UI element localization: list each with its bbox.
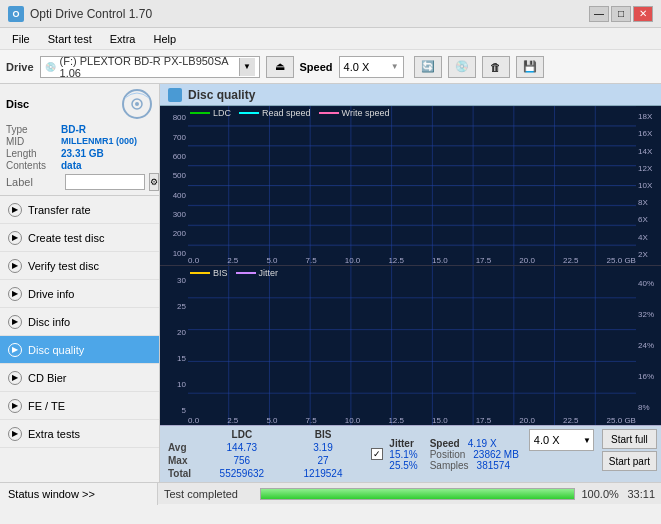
save-button[interactable]: 💾 [516,56,544,78]
svg-point-2 [135,102,139,106]
sidebar-item-label-fe-te: FE / TE [28,400,65,412]
y-axis-right-top: 18X 16X 14X 12X 10X 8X 6X 4X 2X [636,106,661,265]
app-icon: O [8,6,24,22]
bottom-stats: LDC BIS Avg 144.73 3.19 Max 756 27 Tot [160,425,661,482]
legend-read-speed-label: Read speed [262,108,311,118]
speed-dropdown[interactable]: 4.0 X ▼ [529,429,594,451]
jitter-stats: Jitter 15.1% 25.5% [389,438,417,471]
disc-quality-icon: ▶ [8,343,22,357]
legend-ldc: LDC [190,108,231,118]
disc-icon [121,88,153,120]
total-ldc: 55259632 [199,467,285,480]
sidebar-item-transfer-rate[interactable]: ▶ Transfer rate [0,196,159,224]
drive-icon: 💿 [45,62,56,72]
legend-jitter: Jitter [236,268,279,278]
chart-top: LDC Read speed Write speed 800 700 [160,106,661,266]
sidebar-item-label-transfer-rate: Transfer rate [28,204,91,216]
sidebar-item-label-extra-tests: Extra tests [28,428,80,440]
status-window-button[interactable]: Status window >> [0,483,158,505]
start-part-button[interactable]: Start part [602,451,657,471]
disc-label-button[interactable]: ⚙ [149,173,159,191]
menu-help[interactable]: Help [145,31,184,47]
legend-ldc-label: LDC [213,108,231,118]
position-label: Position [430,449,466,460]
y-axis-right-bottom: 40% 32% 24% 16% 8% [636,266,661,425]
disc-contents-label: Contents [6,160,61,171]
samples-value: 381574 [477,460,510,471]
disc-length-row: Length 23.31 GB [6,148,153,159]
avg-ldc: 144.73 [199,441,285,454]
verify-test-disc-icon: ▶ [8,259,22,273]
drive-dropdown-button[interactable]: ▼ [239,58,255,76]
statusbar: Status window >> Test completed 100.0% 3… [0,482,661,504]
sidebar-item-drive-info[interactable]: ▶ Drive info [0,280,159,308]
legend-write-speed-label: Write speed [342,108,390,118]
total-label: Total [164,467,199,480]
legend-read-speed-color [239,112,259,114]
refresh-button[interactable]: 🔄 [414,56,442,78]
progress-text: 100.0% [581,488,621,500]
disc-panel-title: Disc [6,98,29,110]
disc-label-input[interactable] [65,174,145,190]
disc-mid-row: MID MILLENMR1 (000) [6,136,153,147]
max-bis: 27 [285,454,362,467]
disc-length-label: Length [6,148,61,159]
disc-contents-value: data [61,160,82,171]
disc-length-value: 23.31 GB [61,148,104,159]
quality-title: Disc quality [188,88,255,102]
sidebar-item-label-disc-quality: Disc quality [28,344,84,356]
speed-dropdown-icon: ▼ [391,62,399,71]
sidebar-item-verify-test-disc[interactable]: ▶ Verify test disc [0,252,159,280]
maximize-button[interactable]: □ [611,6,631,22]
sidebar-item-disc-info[interactable]: ▶ Disc info [0,308,159,336]
disc-action-button[interactable]: 💿 [448,56,476,78]
position-row: Position 23862 MB [430,449,519,460]
jitter-checkbox[interactable]: ✓ [371,448,383,460]
y-axis-left-bottom: 30 25 20 15 10 5 [160,266,188,425]
menu-start-test[interactable]: Start test [40,31,100,47]
disc-type-value: BD-R [61,124,86,135]
close-button[interactable]: ✕ [633,6,653,22]
speed-dropdown-section: 4.0 X ▼ [525,426,598,482]
max-ldc: 756 [199,454,285,467]
titlebar: O Opti Drive Control 1.70 — □ ✕ [0,0,661,28]
speed-header: Speed [430,438,460,449]
legend-write-speed-color [319,112,339,114]
position-value: 23862 MB [473,449,519,460]
speed-dropdown-value: 4.0 X [534,434,560,446]
legend-bis-color [190,272,210,274]
legend-ldc-color [190,112,210,114]
progress-bar-container [260,488,575,500]
sidebar-item-create-test-disc[interactable]: ▶ Create test disc [0,224,159,252]
sidebar-item-cd-bier[interactable]: ▶ CD Bier [0,364,159,392]
app-title: Opti Drive Control 1.70 [30,7,152,21]
transfer-rate-icon: ▶ [8,203,22,217]
minimize-button[interactable]: — [589,6,609,22]
menu-file[interactable]: File [4,31,38,47]
sidebar-item-fe-te[interactable]: ▶ FE / TE [0,392,159,420]
disc-contents-row: Contents data [6,160,153,171]
fe-te-icon: ▶ [8,399,22,413]
disc-mid-value: MILLENMR1 (000) [61,136,137,147]
quality-header: Disc quality [160,84,661,106]
menu-extra[interactable]: Extra [102,31,144,47]
window-controls: — □ ✕ [589,6,653,22]
eject-button[interactable]: ⏏ [266,56,294,78]
disc-mid-label: MID [6,136,61,147]
chart-top-legend: LDC Read speed Write speed [190,108,389,118]
avg-jitter: 15.1% [389,449,417,460]
erase-button[interactable]: 🗑 [482,56,510,78]
sidebar-item-extra-tests[interactable]: ▶ Extra tests [0,420,159,448]
x-axis-top: 0.0 2.5 5.0 7.5 10.0 12.5 15.0 17.5 20.0… [188,256,636,265]
start-full-button[interactable]: Start full [602,429,657,449]
avg-bis: 3.19 [285,441,362,454]
time-text: 33:11 [627,488,655,500]
total-bis: 1219524 [285,467,362,480]
chart-bottom-legend: BIS Jitter [190,268,278,278]
speed-selector[interactable]: 4.0 X ▼ [339,56,404,78]
drive-selector[interactable]: 💿 (F:) PLEXTOR BD-R PX-LB950SA 1.06 ▼ [40,56,260,78]
samples-row: Samples 381574 [430,460,519,471]
main-area: Disc Type BD-R MID MILLENMR1 (000) Lengt… [0,84,661,482]
sidebar-item-disc-quality[interactable]: ▶ Disc quality [0,336,159,364]
sidebar-item-label-drive-info: Drive info [28,288,74,300]
